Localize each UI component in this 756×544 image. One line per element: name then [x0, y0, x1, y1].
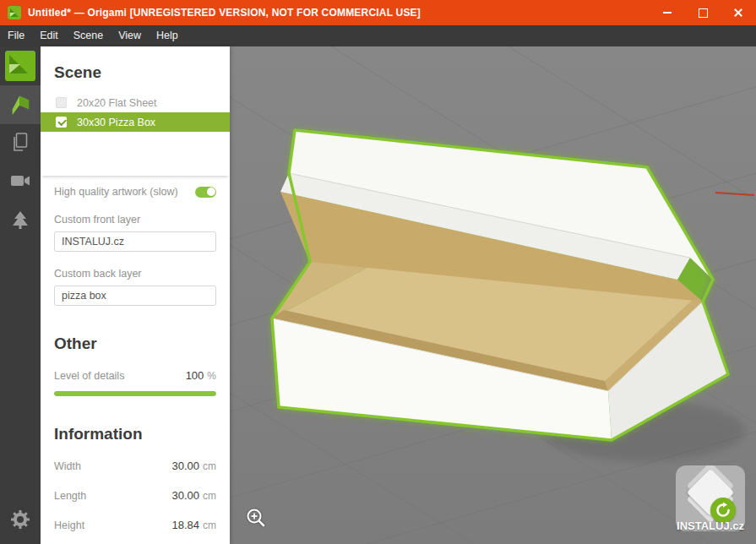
pizza-box-model [272, 130, 728, 440]
folded-paper-icon [8, 90, 32, 119]
magnifier-plus-icon [245, 507, 267, 529]
pages-icon [10, 131, 30, 156]
menu-scene[interactable]: Scene [66, 25, 111, 46]
level-of-details-value: 100 [186, 369, 204, 382]
minimize-icon [663, 12, 672, 14]
level-of-details-unit: % [207, 370, 216, 382]
level-progress-fill [54, 391, 216, 396]
width-label: Width [54, 460, 81, 472]
scene-item-flat-sheet[interactable]: 20x20 Flat Sheet [41, 93, 230, 112]
maximize-icon [699, 8, 708, 18]
sidebar-item-pages[interactable] [0, 124, 41, 163]
instaluj-watermark: INSTALUJ.cz [670, 465, 751, 532]
menu-bar: File Edit Scene View Help [0, 25, 756, 46]
other-heading: Other [54, 335, 216, 353]
custom-back-label: Custom back layer [54, 268, 216, 280]
level-of-details-label: Level of details [54, 370, 124, 382]
menu-edit[interactable]: Edit [32, 25, 66, 46]
toggle-knob [207, 188, 215, 196]
scene-item-label: 30x30 Pizza Box [77, 117, 155, 128]
length-value: 30.00 [171, 489, 199, 502]
flat-sheet-checkbox[interactable] [56, 97, 67, 108]
custom-front-input[interactable] [54, 231, 216, 252]
scene-list: 20x20 Flat Sheet 30x30 Pizza Box [41, 93, 230, 176]
close-button[interactable] [721, 0, 756, 25]
video-camera-icon [9, 171, 31, 193]
sidebar-item-animation[interactable] [0, 163, 41, 202]
window-title: Untitled* — Origami [UNREGISTERED VERSIO… [28, 7, 421, 19]
maximize-button[interactable] [685, 0, 721, 25]
sidebar-item-tree[interactable] [0, 202, 41, 241]
scene-heading: Scene [54, 63, 216, 82]
custom-front-label: Custom front layer [54, 214, 216, 226]
length-unit: cm [203, 490, 216, 502]
height-unit: cm [203, 520, 216, 531]
length-label: Length [54, 490, 86, 502]
scene-panel: Scene 20x20 Flat Sheet 30x30 Pizza Box H… [41, 46, 230, 544]
menu-help[interactable]: Help [149, 25, 186, 46]
scene-item-label: 20x20 Flat Sheet [77, 97, 157, 109]
sidebar-item-scenes[interactable] [0, 85, 41, 124]
height-label: Height [54, 520, 84, 531]
custom-back-input[interactable] [54, 286, 216, 306]
close-icon [733, 8, 743, 18]
height-value: 18.84 [171, 519, 199, 531]
high-quality-toggle[interactable] [195, 187, 216, 198]
menu-file[interactable]: File [0, 25, 32, 46]
width-unit: cm [203, 460, 216, 472]
width-value: 30.00 [171, 460, 199, 472]
sidebar-item-settings[interactable] [0, 502, 41, 541]
watermark-text: INSTALUJ.cz [670, 520, 751, 532]
pizza-box-checkbox[interactable] [56, 117, 67, 128]
tree-icon [10, 209, 30, 233]
menu-view[interactable]: View [111, 25, 149, 46]
app-logo-icon [8, 6, 21, 19]
high-quality-label: High quality artwork (slow) [54, 186, 178, 198]
sidebar-item-logo[interactable] [0, 46, 41, 85]
level-of-details-slider[interactable] [54, 391, 216, 396]
x-axis-line [715, 193, 754, 195]
zoom-tool-button[interactable] [245, 507, 267, 532]
title-bar: Untitled* — Origami [UNREGISTERED VERSIO… [0, 0, 756, 25]
icon-sidebar [0, 46, 41, 544]
viewport-3d[interactable]: INSTALUJ.cz [230, 46, 756, 544]
information-heading: Information [54, 425, 216, 443]
scene-item-pizza-box[interactable]: 30x30 Pizza Box [41, 112, 230, 132]
gear-icon [11, 510, 30, 532]
origami-window: Untitled* — Origami [UNREGISTERED VERSIO… [0, 0, 756, 544]
minimize-button[interactable] [650, 0, 685, 25]
origami-logo-icon [5, 51, 35, 81]
